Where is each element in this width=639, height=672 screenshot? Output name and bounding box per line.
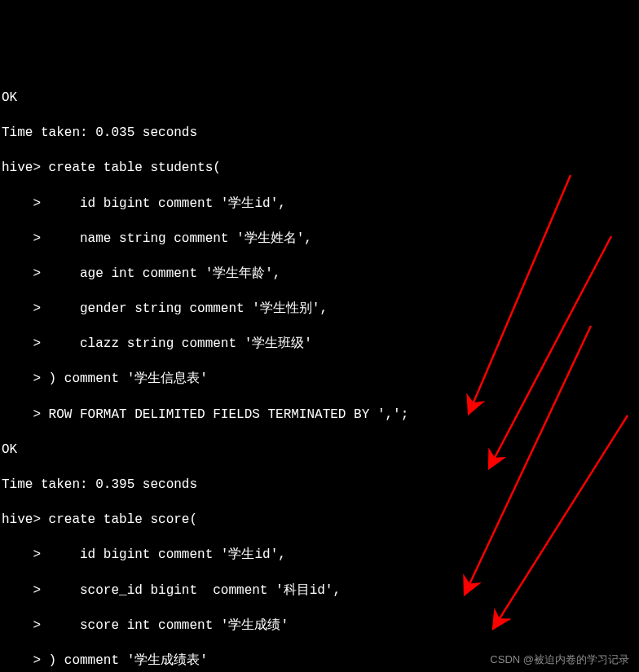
sql-line: > ) comment '学生信息表' [2,371,637,389]
cont-prompt: > [2,336,49,351]
cont-prompt: > [2,266,49,281]
sql-line: > id bigint comment '学生id', [2,547,637,564]
sql-text: score_id bigint comment '科目id', [49,583,341,598]
sql-text: ROW FORMAT DELIMITED FIELDS TERMINATED B… [49,407,409,422]
sql-line: > ROW FORMAT DELIMITED FIELDS TERMINATED… [2,406,637,424]
watermark-text: CSDN @被迫内卷的学习记录 [490,652,629,667]
cont-prompt: > [2,547,49,562]
status-ok: OK [2,441,637,459]
sql-line: > clazz string comment '学生班级' [2,336,637,354]
time-taken: Time taken: 0.035 seconds [2,125,637,143]
sql-text: id bigint comment '学生id', [49,196,286,211]
cont-prompt: > [2,618,49,633]
terminal-output: OK Time taken: 0.035 seconds hive> creat… [2,72,637,672]
cont-prompt: > [2,583,49,598]
sql-text: create table students( [49,160,221,175]
sql-text: clazz string comment '学生班级' [49,336,312,351]
cont-prompt: > [2,231,49,246]
sql-line: > name string comment '学生姓名', [2,231,637,248]
sql-line: > age int comment '学生年龄', [2,266,637,283]
sql-text: ) comment '学生成绩表' [49,653,208,668]
sql-text: age int comment '学生年龄', [49,266,281,281]
sql-line: > gender string comment '学生性别', [2,301,637,318]
sql-line: > id bigint comment '学生id', [2,195,637,213]
sql-line: hive> create table score( [2,512,637,529]
cont-prompt: > [2,407,49,422]
hive-prompt: hive> [2,512,49,527]
hive-prompt: hive> [2,160,49,175]
sql-text: name string comment '学生姓名', [49,231,312,246]
cont-prompt: > [2,301,49,316]
sql-text: score int comment '学生成绩' [49,618,289,633]
sql-text: gender string comment '学生性别', [49,301,328,316]
cont-prompt: > [2,196,49,211]
sql-line: > score int comment '学生成绩' [2,617,637,635]
sql-text: ) comment '学生信息表' [49,371,208,386]
cont-prompt: > [2,653,49,668]
cont-prompt: > [2,371,49,386]
sql-text: id bigint comment '学生id', [49,547,286,562]
sql-line: > score_id bigint comment '科目id', [2,582,637,600]
sql-text: create table score( [49,512,197,527]
sql-line: hive> create table students( [2,160,637,178]
status-ok: OK [2,90,637,108]
time-taken: Time taken: 0.395 seconds [2,477,637,494]
